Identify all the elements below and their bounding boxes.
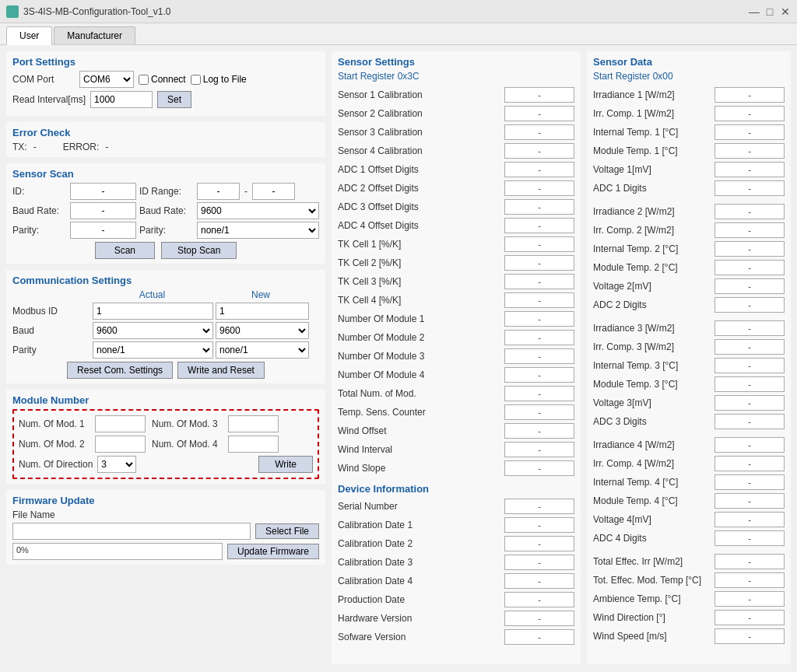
sensor-value-9: - bbox=[504, 255, 574, 271]
close-button[interactable]: ✕ bbox=[780, 6, 791, 17]
device-value-4: - bbox=[504, 573, 574, 589]
scan-baud-select[interactable]: 96001920038400 bbox=[197, 202, 319, 219]
write-reset-button[interactable]: Write and Reset bbox=[177, 362, 265, 379]
sd-value-group3-0: - bbox=[714, 320, 785, 336]
parity-actual-select[interactable]: none/1even/1 bbox=[93, 341, 213, 359]
log-to-file-checkbox[interactable] bbox=[191, 75, 201, 85]
parity-new-select[interactable]: none/1even/1 bbox=[216, 341, 309, 359]
sensor-data-group3-row-1: Irr. Comp. 3 [W/m2] - bbox=[593, 338, 785, 355]
scan-button[interactable]: Scan bbox=[95, 242, 155, 259]
sensor-value-19: - bbox=[504, 442, 574, 457]
sensor-value-11: - bbox=[504, 292, 574, 308]
mod4-input[interactable] bbox=[228, 436, 279, 453]
right-column: Sensor Data Start Register 0x00 Irradian… bbox=[587, 51, 791, 664]
sensor-data-group3-row-3: Module Temp. 3 [°C] - bbox=[593, 376, 785, 393]
sensor-value-4: - bbox=[504, 162, 574, 177]
scan-baud-new-label: Baud Rate: bbox=[139, 205, 194, 216]
sensor-settings-row-8: TK Cell 1 [%/K] - bbox=[338, 236, 574, 253]
sd-value-group4-5: - bbox=[714, 530, 785, 546]
scan-parity-select[interactable]: none/1even/1odd/1 bbox=[197, 222, 319, 239]
sd-label-group3-2: Internal Temp. 3 [°C] bbox=[593, 360, 714, 371]
scan-id-input[interactable] bbox=[70, 183, 136, 200]
title-bar: 3S-4IS-MB-Configuration-Tool_v1.0 — □ ✕ bbox=[0, 0, 797, 23]
scan-baud-input[interactable] bbox=[70, 202, 136, 219]
device-value-5: - bbox=[504, 592, 574, 607]
scan-parity-input[interactable] bbox=[70, 222, 136, 239]
dir-select[interactable]: 3124 bbox=[97, 456, 136, 473]
sd-label-group2-1: Irr. Comp. 2 [W/m2] bbox=[593, 225, 714, 236]
sensor-label-15: Number Of Module 4 bbox=[338, 369, 504, 380]
sensor-value-14: - bbox=[504, 348, 574, 364]
modbus-new-input[interactable] bbox=[216, 303, 309, 320]
sd-label-group2-3: Module Temp. 2 [°C] bbox=[593, 262, 714, 273]
sensor-data-group1-row-2: Internal Temp. 1 [°C] - bbox=[593, 124, 785, 141]
app-title: 3S-4IS-MB-Configuration-Tool_v1.0 bbox=[23, 6, 170, 17]
baud-actual-select[interactable]: 960019200 bbox=[93, 322, 213, 339]
connect-checkbox-label[interactable]: Connect bbox=[139, 74, 186, 85]
connect-checkbox[interactable] bbox=[139, 75, 149, 85]
file-name-input[interactable] bbox=[12, 523, 251, 540]
reset-comm-button[interactable]: Reset Com. Settings bbox=[67, 362, 173, 379]
tab-manufacturer[interactable]: Manufacturer bbox=[54, 26, 135, 44]
com-port-row: COM Port COM6 COM1 COM2 COM3 COM4 COM5 C… bbox=[12, 71, 319, 88]
sensor-label-7: ADC 4 Offset Digits bbox=[338, 220, 504, 231]
sd-label-group1-1: Irr. Comp. 1 [W/m2] bbox=[593, 108, 714, 119]
update-firmware-button[interactable]: Update Firmware bbox=[227, 544, 319, 559]
sensor-settings-row-11: TK Cell 4 [%/K] - bbox=[338, 292, 574, 309]
sensor-data-group3-row-4: Voltage 3[mV] - bbox=[593, 394, 785, 411]
mod4-label: Num. Of Mod. 4 bbox=[152, 439, 222, 450]
sensor-settings-row-0: Sensor 1 Calibration - bbox=[338, 86, 574, 103]
sensor-settings-row-7: ADC 4 Offset Digits - bbox=[338, 217, 574, 234]
module-number-title: Module Number bbox=[12, 394, 319, 406]
tab-user[interactable]: User bbox=[6, 26, 52, 45]
sensor-data-group2-row-2: Internal Temp. 2 [°C] - bbox=[593, 240, 785, 257]
comm-settings-panel: Communication Settings Actual New Modbus… bbox=[6, 270, 325, 383]
sensor-settings-row-15: Number Of Module 4 - bbox=[338, 366, 574, 383]
comm-settings-title: Communication Settings bbox=[12, 275, 319, 286]
sd-value-group2-3: - bbox=[714, 260, 785, 275]
progress-pct: 0% bbox=[16, 545, 29, 555]
minimize-button[interactable]: — bbox=[749, 6, 760, 17]
sd-value-group4-4: - bbox=[714, 512, 785, 527]
device-value-1: - bbox=[504, 517, 574, 533]
device-info-row-4: Calibration Date 4 - bbox=[338, 572, 574, 590]
sensor-label-14: Number Of Module 3 bbox=[338, 351, 504, 362]
device-label-3: Calibration Date 3 bbox=[338, 557, 504, 568]
module-write-button[interactable]: Write bbox=[258, 456, 313, 473]
connect-label: Connect bbox=[151, 74, 186, 85]
sensor-value-6: - bbox=[504, 199, 574, 215]
sensor-label-11: TK Cell 4 [%/K] bbox=[338, 295, 504, 306]
read-interval-input[interactable] bbox=[90, 91, 153, 108]
device-value-2: - bbox=[504, 536, 574, 551]
maximize-button[interactable]: □ bbox=[764, 6, 775, 17]
sd-label-group3-4: Voltage 3[mV] bbox=[593, 397, 714, 408]
sd-label-group2-2: Internal Temp. 2 [°C] bbox=[593, 243, 714, 254]
sensor-data-group1-row-3: Module Temp. 1 [°C] - bbox=[593, 142, 785, 159]
sensor-settings-row-5: ADC 2 Offset Digits - bbox=[338, 180, 574, 197]
sensor-settings-row-14: Number Of Module 3 - bbox=[338, 348, 574, 365]
select-file-button[interactable]: Select File bbox=[255, 523, 319, 539]
sd-label-group1-0: Irradiance 1 [W/m2] bbox=[593, 89, 714, 100]
device-label-1: Calibration Date 1 bbox=[338, 520, 504, 530]
sensor-data-panel: Sensor Data Start Register 0x00 Irradian… bbox=[587, 51, 791, 664]
sensor-data-group4-row-2: Internal Temp. 4 [°C] - bbox=[593, 474, 785, 491]
sensor-data-group5-row-2: Ambience Temp. [°C] - bbox=[593, 590, 785, 607]
sd-label-group5-2: Ambience Temp. [°C] bbox=[593, 593, 714, 604]
mod2-input[interactable] bbox=[95, 436, 146, 453]
modbus-actual-input[interactable] bbox=[93, 303, 213, 320]
sensor-value-5: - bbox=[504, 180, 574, 196]
scan-id-range-from[interactable] bbox=[197, 183, 240, 200]
baud-new-select[interactable]: 960019200 bbox=[216, 322, 309, 339]
scan-id-range-to[interactable] bbox=[252, 183, 295, 200]
mod3-input[interactable] bbox=[228, 415, 279, 432]
mod1-input[interactable] bbox=[95, 415, 146, 432]
com-port-select[interactable]: COM6 COM1 COM2 COM3 COM4 COM5 bbox=[79, 71, 134, 88]
sensor-settings-row-4: ADC 1 Offset Digits - bbox=[338, 161, 574, 178]
sd-value-group2-1: - bbox=[714, 222, 785, 238]
sensor-data-group5-row-3: Wind Direction [°] - bbox=[593, 609, 785, 626]
stop-scan-button[interactable]: Stop Scan bbox=[161, 242, 237, 259]
set-button[interactable]: Set bbox=[157, 91, 191, 108]
sd-value-group1-5: - bbox=[714, 180, 785, 196]
log-to-file-label[interactable]: Log to File bbox=[191, 74, 247, 85]
scan-id-label: ID: bbox=[12, 186, 67, 197]
